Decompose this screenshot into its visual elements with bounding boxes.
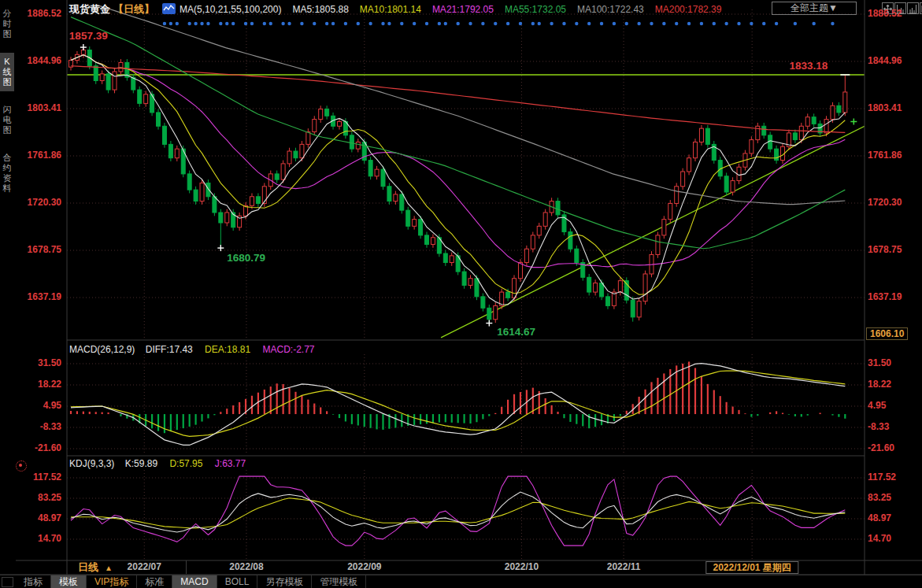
macd-header: MACD(26,12,9) DIFF:17.43 DEA:18.81 MACD:… xyxy=(69,344,315,355)
ma-value-label: MA100:1722.43 xyxy=(577,4,644,15)
y-tick-label: 1761.86 xyxy=(868,150,920,161)
y-tick-label: 1720.30 xyxy=(9,197,61,208)
toolbar-tab-1[interactable]: 模板 xyxy=(51,575,87,588)
x-axis-date: 2022/07 xyxy=(128,561,161,572)
kdj-header: KDJ(9,3,3) K:59.89 D:57.95 J:63.77 xyxy=(69,458,246,469)
price-annotation: 1833.18 xyxy=(790,60,828,72)
macd-dea-value: DEA:18.81 xyxy=(205,344,250,355)
x-axis-date: 2022/12/01 星期四 xyxy=(705,561,798,574)
toolbar-tab-5[interactable]: BOLL xyxy=(217,575,258,588)
y-tick-label: -8.33 xyxy=(868,421,920,432)
y-tick-label: 1886.52 xyxy=(9,8,61,19)
ma-value-label: MA10:1801.14 xyxy=(360,4,421,15)
ma-settings-label: MA(5,10,21,55,100,200) xyxy=(180,4,281,15)
symbol-title: 现货黄金 xyxy=(69,3,110,15)
toolbar-tab-2[interactable]: VIP指标 xyxy=(87,575,137,588)
ma-values: MA5:1805.88MA10:1801.14MA21:1792.05MA55:… xyxy=(281,4,721,15)
y-tick-label: 1720.30 xyxy=(868,197,920,208)
y-tick-label: 1637.19 xyxy=(868,291,920,302)
period-arrow-icon: ▲ xyxy=(105,564,113,572)
x-axis-date: 2022/11 xyxy=(607,561,641,572)
toolbar-tab-3[interactable]: 标准 xyxy=(137,575,172,588)
indicator-settings-icon[interactable] xyxy=(16,460,27,472)
chart-header: 现货黄金【日线】MA(5,10,21,55,100,200)MA5:1805.8… xyxy=(69,2,721,17)
macd-diff-value: DIFF:17.43 xyxy=(146,344,193,355)
y-tick-label: 83.25 xyxy=(868,492,920,503)
y-tick-label: 1761.86 xyxy=(9,150,61,161)
ma-value-label: MA5:1805.88 xyxy=(292,4,348,15)
y-tick-label: 83.25 xyxy=(9,492,61,503)
y-tick-label: -8.33 xyxy=(9,421,61,432)
y-tick-label: 48.97 xyxy=(868,512,920,523)
y-tick-label: 1678.75 xyxy=(9,244,61,255)
price-annotation: 1857.39 xyxy=(69,30,108,42)
y-tick-label: 1637.19 xyxy=(9,291,61,302)
y-tick-label: 117.52 xyxy=(868,472,920,483)
bottom-toolbar: 指标模板VIP指标标准MACDBOLL另存模板管理模板 xyxy=(0,575,922,588)
theme-dropdown-button[interactable]: 全部主题▼ xyxy=(772,2,857,15)
chart-type-sidebar: 分时图K线图闪电图合约资料 xyxy=(0,5,14,198)
y-tick-label: 48.97 xyxy=(9,512,61,523)
ma-value-label: MA200:1782.39 xyxy=(655,4,722,15)
toolbar-tab-7[interactable]: 管理模板 xyxy=(312,575,366,588)
y-tick-label: 18.22 xyxy=(868,379,920,390)
ma-value-label: MA21:1792.05 xyxy=(432,4,494,15)
toolbar-tab-0[interactable]: 指标 xyxy=(16,575,51,588)
y-tick-label: 14.70 xyxy=(9,533,61,544)
x-axis-date: 2022/09 xyxy=(347,561,381,572)
axis-min-badge: 1606.10 xyxy=(866,327,908,340)
kdj-d-value: D:57.95 xyxy=(169,458,202,469)
kdj-title: KDJ(9,3,3) xyxy=(69,458,114,469)
y-tick-label: 4.95 xyxy=(9,400,61,411)
y-tick-label: 1844.96 xyxy=(9,55,61,66)
x-axis-date: 2022/10 xyxy=(505,561,539,572)
price-annotation: 1614.67 xyxy=(497,326,535,338)
y-tick-label: 1886.52 xyxy=(868,8,920,19)
kdj-j-value: J:63.77 xyxy=(215,458,246,469)
corner-box xyxy=(2,577,13,587)
macd-title: MACD(26,12,9) xyxy=(69,344,135,355)
y-tick-label: -21.60 xyxy=(9,442,61,453)
kline-app-window: 1857.391680.791614.671833.18 分时图K线图闪电图合约… xyxy=(0,0,922,588)
x-axis-date: 2022/08 xyxy=(229,561,263,572)
y-tick-label: 1803.41 xyxy=(9,102,61,113)
toolbar-tab-6[interactable]: 另存模板 xyxy=(257,575,312,588)
y-tick-label: 4.95 xyxy=(868,400,920,411)
chart-canvas[interactable]: 1857.391680.791614.671833.18 xyxy=(0,0,922,588)
y-tick-label: -21.60 xyxy=(868,442,920,453)
y-tick-label: 1803.41 xyxy=(868,102,920,113)
y-tick-label: 14.70 xyxy=(868,533,920,544)
toolbar-tab-4[interactable]: MACD xyxy=(172,575,217,588)
y-tick-label: 31.50 xyxy=(9,357,61,368)
ma-value-label: MA55:1732.05 xyxy=(505,4,566,15)
price-annotation: 1680.79 xyxy=(227,252,265,264)
kline-mini-icon xyxy=(162,3,176,14)
y-tick-label: 18.22 xyxy=(9,379,61,390)
y-tick-label: 1678.75 xyxy=(868,244,920,255)
kdj-k-value: K:59.89 xyxy=(125,458,157,469)
y-tick-label: 1844.96 xyxy=(868,55,920,66)
y-tick-label: 31.50 xyxy=(868,357,920,368)
x-axis-row: 日线▲ 2022/072022/082022/092022/102022/112… xyxy=(0,560,922,575)
period-tag: 【日线】 xyxy=(113,3,154,15)
macd-value: MACD:-2.77 xyxy=(262,344,314,355)
y-tick-label: 117.52 xyxy=(9,472,61,483)
